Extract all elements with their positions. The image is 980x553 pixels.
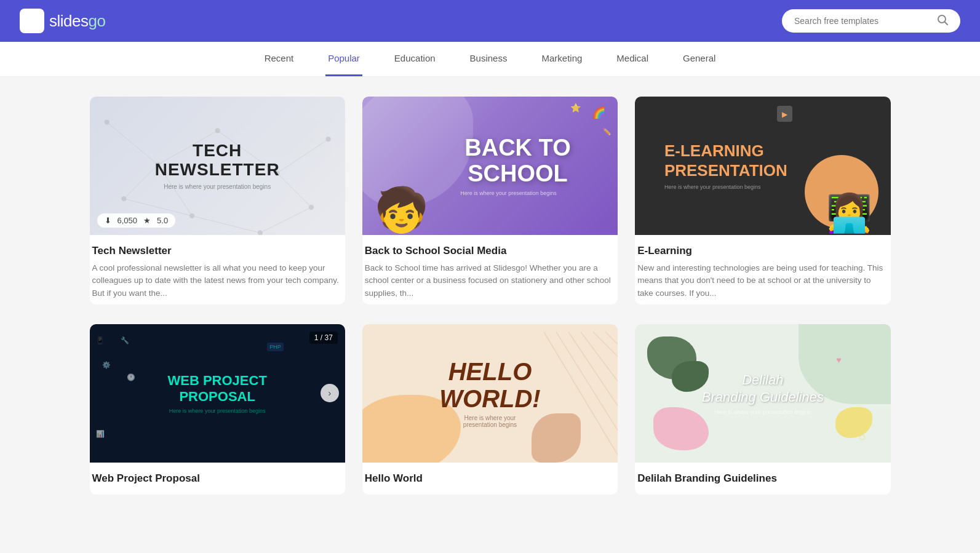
svg-point-18 <box>215 128 220 133</box>
card-image-2: 🧒 BACK TOSCHOOL Here is where your prese… <box>362 97 618 235</box>
card-image-4: 📱 🔧 ⚙️ 🕐 PHP 📊 WEB PROJECTPROPOSAL Here … <box>90 324 345 463</box>
template-card-3[interactable]: E-LEARNINGPRESENTATION Here is where you… <box>635 97 890 304</box>
card-4-slide-counter: 1 / 37 <box>309 332 338 344</box>
svg-line-11 <box>192 216 260 233</box>
nav-bar: Recent Popular Education Business Market… <box>0 42 980 77</box>
card-6-title: Delilah Branding Guidelines <box>637 472 888 485</box>
card-2-image-title: BACK TOSCHOOL <box>464 135 570 187</box>
template-card-4[interactable]: 📱 🔧 ⚙️ 🕐 PHP 📊 WEB PROJECTPROPOSAL Here … <box>90 324 345 495</box>
svg-point-22 <box>257 230 262 235</box>
svg-line-5 <box>945 22 948 25</box>
card-1-title: Tech Newsletter <box>92 245 343 257</box>
svg-line-12 <box>260 207 311 233</box>
t2-character-icon: 🧒 <box>375 185 428 235</box>
svg-point-21 <box>189 213 194 218</box>
download-count: 6,050 <box>118 216 138 225</box>
svg-line-6 <box>106 122 157 165</box>
card-6-image-title: DelilahBranding Guidelines <box>702 372 824 407</box>
card-4-nav-arrow[interactable]: › <box>321 384 339 402</box>
card-3-image-title: E-LEARNINGPRESENTATION <box>664 141 787 180</box>
svg-point-23 <box>308 205 313 210</box>
card-1-image-sub: Here is where your presentation begins <box>155 183 280 190</box>
card-3-title: E-Learning <box>637 245 888 257</box>
svg-point-24 <box>121 196 126 201</box>
card-3-info: E-Learning New and interesting technolog… <box>635 235 890 304</box>
tab-recent[interactable]: Recent <box>262 42 297 76</box>
template-card-5[interactable]: HELLOWORLD! Here is where yourpresentati… <box>362 324 618 495</box>
header: slidesgo <box>0 0 980 42</box>
template-card-6[interactable]: ♥ ○ DelilahBranding Guidelines Here is w… <box>635 324 890 495</box>
tab-general[interactable]: General <box>680 42 718 76</box>
card-image-3: E-LEARNINGPRESENTATION Here is where you… <box>635 97 890 235</box>
decor-rainbow: 🌈 <box>592 106 605 119</box>
search-bar[interactable] <box>782 9 960 33</box>
svg-line-14 <box>124 165 157 199</box>
t6-circle-deco: ○ <box>858 430 866 444</box>
svg-rect-1 <box>25 22 31 26</box>
card-5-info: Hello World <box>362 463 618 495</box>
card-4-title: Web Project Proposal <box>92 472 343 485</box>
main-content: TECHNEWSLETTER Here is where your presen… <box>75 77 906 514</box>
card-2-info: Back to School Social Media Back to Scho… <box>362 235 618 304</box>
card-1-image-title: TECHNEWSLETTER <box>155 141 280 180</box>
svg-line-13 <box>277 173 311 207</box>
decor-pencil: ✏️ <box>602 127 612 136</box>
card-5-image-sub: Here is where yourpresentation begins <box>439 415 540 428</box>
t6-heart-icon: ♥ <box>836 355 841 365</box>
template-card-2[interactable]: 🧒 BACK TOSCHOOL Here is where your prese… <box>362 97 618 304</box>
card-5-image-title: HELLOWORLD! <box>439 358 540 412</box>
card-2-title: Back to School Social Media <box>365 245 615 257</box>
svg-point-20 <box>325 137 330 141</box>
card-6-info: Delilah Branding Guidelines <box>635 463 890 495</box>
template-card-1[interactable]: TECHNEWSLETTER Here is where your presen… <box>90 97 345 304</box>
t6-decor-blob3 <box>653 407 709 450</box>
svg-point-16 <box>104 119 109 124</box>
svg-rect-0 <box>25 15 31 20</box>
svg-line-30 <box>605 332 618 344</box>
tab-popular[interactable]: Popular <box>325 42 362 76</box>
card-3-image-sub: Here is where your presentation begins <box>664 184 787 190</box>
svg-rect-3 <box>33 22 39 26</box>
card-image-6: ♥ ○ DelilahBranding Guidelines Here is w… <box>635 324 890 463</box>
card-image-1: TECHNEWSLETTER Here is where your presen… <box>90 97 345 235</box>
logo-icon <box>20 9 44 33</box>
svg-rect-2 <box>33 15 39 20</box>
decor-star: ⭐ <box>570 103 581 113</box>
card-4-info: Web Project Proposal <box>90 463 345 495</box>
card-1-desc: A cool professional newsletter is all wh… <box>92 262 343 300</box>
card-4-image-title: WEB PROJECTPROPOSAL <box>167 373 266 405</box>
card-2-image-sub: Here is where your presentation begins <box>446 190 570 196</box>
card-image-5: HELLOWORLD! Here is where yourpresentati… <box>362 324 618 463</box>
template-grid: TECHNEWSLETTER Here is where your presen… <box>90 97 891 495</box>
card-6-image-sub: Here is where your presentation begins <box>702 409 824 415</box>
search-icon <box>937 14 948 28</box>
tab-education[interactable]: Education <box>392 42 438 76</box>
tab-marketing[interactable]: Marketing <box>539 42 584 76</box>
card-3-desc: New and interesting technologies are bei… <box>637 262 888 300</box>
card-5-title: Hello World <box>365 472 615 485</box>
card-2-desc: Back to School time has arrived at Slide… <box>365 262 615 300</box>
download-icon: ⬇ <box>105 216 111 225</box>
t3-screen-icon: ▶ <box>777 106 792 122</box>
card-4-image-sub: Here is where your presentation begins <box>167 408 266 414</box>
t6-decor-blob4 <box>835 407 872 438</box>
rating-value: 5.0 <box>157 216 168 225</box>
tab-business[interactable]: Business <box>468 42 510 76</box>
svg-line-27 <box>568 332 618 405</box>
svg-line-9 <box>277 139 328 173</box>
logo-text: slidesgo <box>49 12 105 31</box>
star-icon: ★ <box>143 216 151 225</box>
card-1-badge: ⬇ 6,050 ★ 5.0 <box>97 213 176 228</box>
logo-area: slidesgo <box>20 9 105 33</box>
search-input[interactable] <box>794 16 932 26</box>
tab-medical[interactable]: Medical <box>614 42 651 76</box>
card-1-info: Tech Newsletter A cool professional news… <box>90 235 345 304</box>
